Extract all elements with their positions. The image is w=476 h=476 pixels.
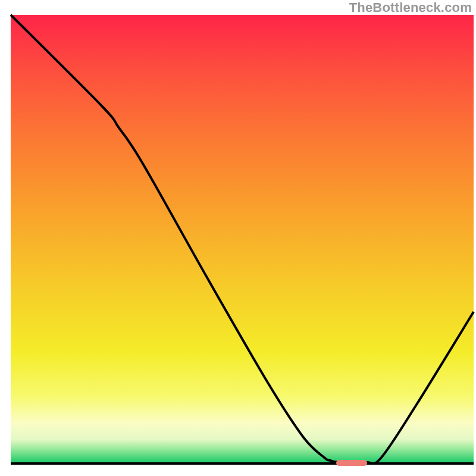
chart-frame: TheBottleneck.com [0, 0, 476, 476]
bottleneck-chart [0, 0, 476, 476]
plot-background [11, 15, 474, 464]
optimal-marker [336, 460, 367, 466]
